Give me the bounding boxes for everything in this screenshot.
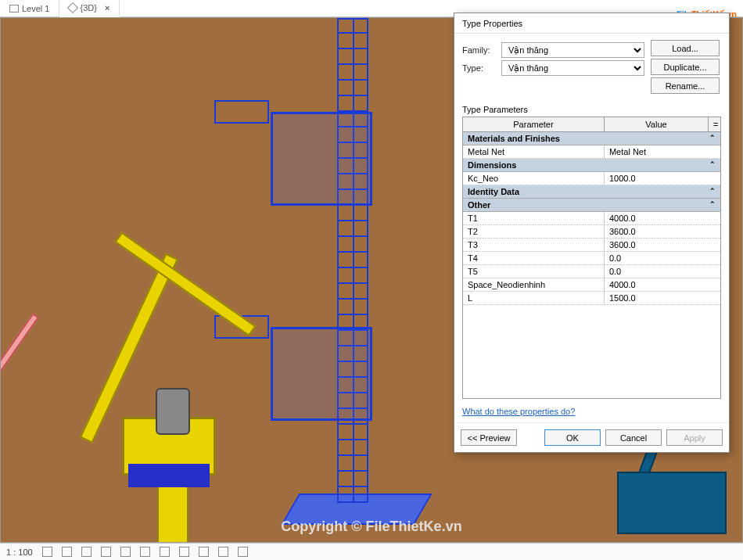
apply-button[interactable]: Apply: [666, 429, 723, 446]
dialog-title-text: Type Properties: [462, 19, 522, 28]
detail-level-icon[interactable]: [62, 547, 72, 557]
lock-icon[interactable]: [199, 547, 209, 557]
rename-button[interactable]: Rename...: [651, 77, 720, 94]
param-value[interactable]: 4000.0: [605, 212, 720, 224]
concrete-pump-floor: [128, 464, 210, 487]
header-parameter[interactable]: Parameter: [463, 117, 605, 131]
param-value[interactable]: 3600.0: [605, 239, 720, 251]
parameters-table[interactable]: Parameter Value = Materials and Finishes…: [462, 117, 721, 399]
cancel-button[interactable]: Cancel: [605, 429, 662, 446]
hoist-cage-upper: [271, 112, 372, 206]
param-name: T2: [463, 225, 605, 238]
param-name: T4: [463, 252, 605, 264]
tab-label: Level 1: [22, 4, 49, 13]
param-group-header[interactable]: Identity Data⌃: [463, 185, 720, 199]
table-header: Parameter Value =: [463, 117, 720, 132]
param-row[interactable]: T33600.0: [463, 239, 720, 252]
param-row[interactable]: T14000.0: [463, 212, 720, 225]
sun-path-icon[interactable]: [101, 547, 111, 557]
param-value[interactable]: Metal Net: [605, 145, 720, 158]
dialog-titlebar[interactable]: Type Properties: [454, 13, 729, 34]
duplicate-button[interactable]: Duplicate...: [651, 59, 720, 75]
watermark-text: Copyright © FileThietKe.vn: [281, 518, 461, 534]
chevron-up-icon: ⌃: [709, 160, 716, 170]
type-parameters-label: Type Parameters: [462, 105, 721, 114]
preview-button[interactable]: << Preview: [461, 429, 517, 446]
visual-style-icon[interactable]: [81, 547, 92, 557]
param-name: Kc_Neo: [463, 172, 605, 185]
crop-view-icon[interactable]: [160, 547, 170, 557]
param-name: T5: [463, 265, 605, 278]
param-row[interactable]: Metal NetMetal Net: [463, 145, 720, 159]
param-value[interactable]: 0.0: [605, 265, 720, 278]
concrete-pump-turret: [156, 388, 190, 435]
param-value[interactable]: 1500.0: [605, 292, 720, 304]
family-label: Family:: [462, 45, 501, 55]
param-group-header[interactable]: Materials and Finishes⌃: [463, 132, 720, 145]
shadows-icon[interactable]: [120, 547, 131, 557]
header-equals[interactable]: =: [708, 117, 720, 131]
ok-button[interactable]: OK: [544, 429, 601, 446]
param-value[interactable]: 0.0: [605, 252, 720, 264]
chevron-up-icon: ⌃: [709, 187, 716, 196]
hoist-tower: [337, 18, 368, 503]
dialog-footer: << Preview OK Cancel Apply: [454, 422, 729, 452]
param-row[interactable]: Space_Neodienhinh4000.0: [463, 278, 720, 292]
header-value[interactable]: Value: [605, 117, 708, 131]
tab-label: {3D}: [80, 3, 96, 13]
cube-icon: [67, 2, 78, 13]
param-value[interactable]: 3600.0: [605, 225, 720, 238]
param-value[interactable]: 4000.0: [605, 278, 720, 291]
chevron-up-icon: ⌃: [709, 200, 716, 210]
family-select[interactable]: Vận thăng: [501, 42, 644, 58]
crop-region-icon[interactable]: [179, 547, 189, 557]
param-row[interactable]: T40.0: [463, 252, 720, 265]
param-name: L: [463, 292, 605, 304]
properties-icon[interactable]: [238, 547, 248, 557]
status-bar: 1 : 100: [0, 543, 743, 560]
param-value[interactable]: 1000.0: [605, 172, 720, 185]
param-row[interactable]: T23600.0: [463, 225, 720, 239]
type-label: Type:: [462, 63, 501, 73]
param-name: T3: [463, 239, 605, 251]
tab-3d[interactable]: {3D} ×: [59, 0, 120, 17]
load-button[interactable]: Load...: [651, 40, 720, 56]
boom-hose: [0, 313, 39, 439]
chevron-up-icon: ⌃: [709, 134, 716, 143]
type-properties-dialog: Type Properties Family: Vận thăng Type: …: [454, 13, 730, 453]
rendering-icon[interactable]: [140, 547, 150, 557]
param-name: Metal Net: [463, 145, 605, 158]
type-select[interactable]: Vận thăng: [501, 60, 644, 76]
help-link[interactable]: What do these properties do?: [462, 407, 721, 416]
scale-value[interactable]: 1 : 100: [6, 547, 33, 557]
param-group-header[interactable]: Other⌃: [463, 199, 720, 212]
param-group-header[interactable]: Dimensions⌃: [463, 159, 720, 172]
param-name: T1: [463, 212, 605, 224]
param-name: Space_Neodienhinh: [463, 278, 605, 291]
scale-icon[interactable]: [42, 547, 52, 557]
param-row[interactable]: Kc_Neo1000.0: [463, 172, 720, 185]
param-row[interactable]: L1500.0: [463, 292, 720, 305]
reveal-hidden-icon[interactable]: [218, 547, 228, 557]
hoist-cage-lower: [271, 327, 372, 421]
plan-icon: [9, 5, 19, 13]
close-icon[interactable]: ×: [105, 3, 109, 13]
param-row[interactable]: T50.0: [463, 265, 720, 278]
tab-level1[interactable]: Level 1: [0, 0, 59, 17]
